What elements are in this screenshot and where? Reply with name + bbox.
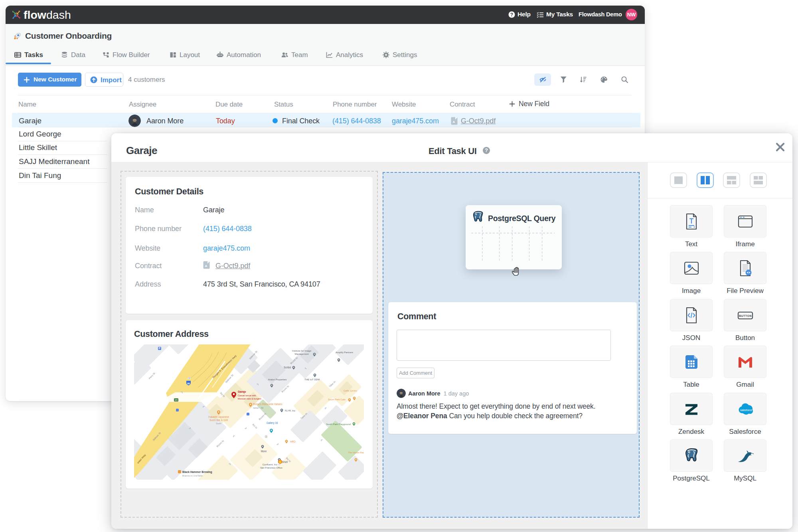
svg-text:A: A <box>205 264 207 268</box>
svg-text:Casual venue with: Casual venue with <box>238 394 256 397</box>
svg-text:Gallery 16: Gallery 16 <box>267 421 278 425</box>
svg-text:Aralon Properties: Aralon Properties <box>268 378 286 381</box>
svg-text:South Park Playground: South Park Playground <box>326 423 351 425</box>
svg-text:THE IoT ODM: THE IoT ODM <box>304 378 320 381</box>
svg-text:Sushi Bar & Grill: Sushi Bar & Grill <box>209 419 228 421</box>
svg-text:The Velvet Raven: The Velvet Raven <box>348 451 364 454</box>
svg-text:?: ? <box>510 12 513 18</box>
svg-text:BUTTON: BUTTON <box>739 314 751 317</box>
svg-text:More: More <box>261 450 267 453</box>
svg-text:salesforce: salesforce <box>740 408 752 411</box>
svg-text:Mexican eats & burgers: Mexican eats & burgers <box>238 398 261 400</box>
svg-text:Institute for Image: Institute for Image <box>292 350 312 352</box>
svg-text:A: A <box>453 120 455 124</box>
svg-text:Confluent, Inc —: Confluent, Inc — <box>263 463 280 466</box>
svg-text:Management: Management <box>294 353 308 355</box>
svg-text:2A: 2A <box>175 399 178 401</box>
svg-text:Scribd: Scribd <box>284 366 291 369</box>
svg-text:FLYR, Inc: FLYR, Inc <box>285 409 295 412</box>
svg-text:P: P <box>159 347 161 350</box>
svg-text:HRD: HRD <box>290 440 296 443</box>
svg-text:Shell: Shell <box>282 461 288 463</box>
svg-text:Garaje: Garaje <box>238 390 246 394</box>
svg-text:Caffe Centro: Caffe Centro <box>344 390 358 392</box>
svg-text:Roma's Ristorante Italiano: Roma's Ristorante Italiano <box>253 403 282 405</box>
svg-text:Brianna on OneTable: Brianna on OneTable <box>182 475 203 477</box>
svg-text:80: 80 <box>187 382 190 385</box>
svg-text:Amplify Partners: Amplify Partners <box>336 351 353 354</box>
svg-text:Black Hammer Brewing: Black Hammer Brewing <box>182 471 212 474</box>
svg-text:South Park Cafe: South Park Cafe <box>328 398 346 401</box>
svg-text:Italian · $$: Italian · $$ <box>253 407 264 409</box>
svg-text:Hakashi Japanese: Hakashi Japanese <box>208 415 229 419</box>
svg-text:San Francisco Office: San Francisco Office <box>260 467 282 469</box>
svg-text:Sushi: Sushi <box>216 422 221 425</box>
